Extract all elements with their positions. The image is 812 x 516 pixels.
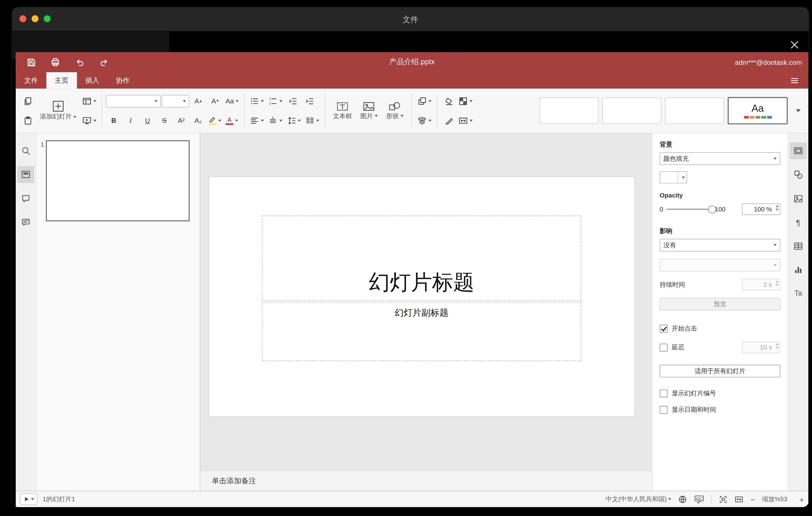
delay-input[interactable]: 10 s [742, 342, 781, 353]
shape-settings-icon[interactable] [790, 166, 807, 183]
search-icon[interactable] [17, 142, 34, 159]
slide-layout-group [81, 89, 98, 133]
redo-button[interactable] [95, 54, 113, 70]
chart-settings-icon[interactable] [790, 261, 807, 278]
slide-settings-icon[interactable] [790, 142, 807, 159]
table-settings-icon[interactable] [790, 238, 807, 255]
bold-button[interactable]: B [106, 114, 121, 127]
subtitle-placeholder[interactable]: 幻灯片副标题 [262, 302, 581, 361]
theme-color-swatches [744, 116, 772, 119]
spinner-arrows[interactable] [776, 343, 779, 349]
numbering-button[interactable]: 12 [266, 94, 284, 108]
horizontal-align-button[interactable] [248, 114, 265, 127]
undo-button[interactable] [71, 54, 89, 70]
view-settings-menu-icon[interactable] [786, 72, 803, 89]
slide-thumbnail[interactable] [46, 140, 190, 221]
background-fill-select[interactable]: 颜色填充 [660, 152, 780, 165]
superscript-button[interactable]: A² [173, 114, 189, 127]
spinner-arrows[interactable] [776, 281, 779, 286]
tab-home[interactable]: 主页 [46, 72, 77, 89]
document-language-icon[interactable] [678, 495, 687, 504]
notes-area[interactable]: 单击添加备注 [200, 470, 652, 491]
paragraph-settings-icon[interactable]: ¶ [790, 214, 807, 231]
textbox-icon [336, 101, 349, 111]
font-name-combo[interactable] [106, 95, 161, 107]
theme-gallery-expand-button[interactable] [791, 98, 803, 123]
zoom-in-button[interactable]: + [799, 495, 804, 504]
underline-button[interactable]: U [140, 114, 155, 127]
font-size-combo[interactable] [162, 95, 189, 107]
opacity-slider-track[interactable] [666, 209, 712, 209]
print-button[interactable] [46, 54, 64, 70]
decrease-font-button[interactable]: A▾ [207, 94, 223, 108]
add-slide-label: 添加幻灯片 [40, 112, 71, 121]
columns-button[interactable] [303, 114, 321, 127]
effect-type-select[interactable] [660, 259, 780, 271]
fit-to-slide-icon[interactable] [719, 495, 728, 504]
theme-thumbnail-1[interactable] [540, 97, 599, 124]
paste-button[interactable] [20, 114, 36, 127]
effect-select[interactable]: 没有 [660, 239, 780, 252]
show-slide-number-checkbox[interactable] [660, 390, 668, 398]
insert-textbox-button[interactable]: 文本框 [329, 99, 356, 122]
subscript-button[interactable]: A₂ [190, 114, 206, 127]
theme-thumbnail-3[interactable] [665, 97, 724, 124]
font-color-button[interactable]: A [224, 114, 240, 127]
clear-style-button[interactable] [441, 94, 457, 108]
comments-icon[interactable] [17, 191, 34, 207]
add-slide-button[interactable]: 添加幻灯片 [36, 98, 81, 123]
duration-input[interactable]: 2 s [742, 279, 781, 290]
decrease-indent-button[interactable] [285, 94, 301, 108]
start-slideshow-status-button[interactable] [20, 493, 37, 505]
spellcheck-icon[interactable]: ABC [694, 495, 705, 504]
arrange-shapes-button[interactable] [415, 94, 433, 108]
language-selector[interactable]: 中文(中华人民共和国) [606, 495, 671, 504]
line-spacing-button[interactable] [285, 114, 302, 127]
notes-placeholder-text: 单击添加备注 [212, 476, 256, 486]
svg-text:1: 1 [269, 97, 271, 100]
save-button[interactable] [22, 54, 40, 70]
fit-to-width-icon[interactable] [735, 495, 744, 504]
slides-panel-icon[interactable] [17, 166, 34, 183]
tab-insert[interactable]: 插入 [77, 72, 107, 89]
italic-button[interactable]: I [123, 114, 139, 127]
highlight-color-button[interactable] [207, 114, 223, 127]
copy-button[interactable] [20, 94, 36, 108]
insert-shape-button[interactable]: 形状 [382, 99, 408, 122]
tab-collaboration[interactable]: 协作 [107, 72, 138, 89]
start-slideshow-button[interactable] [81, 114, 98, 127]
opacity-value-input[interactable]: 100 % [742, 203, 781, 215]
preview-button[interactable]: 预览 [660, 298, 780, 311]
chat-feedback-icon[interactable] [17, 214, 34, 231]
slide-layout-button[interactable] [81, 94, 98, 108]
slide-editing-surface[interactable]: 幻灯片标题 幻灯片副标题 [209, 177, 634, 416]
change-case-button[interactable]: Aa [224, 94, 240, 108]
shape-fill-button[interactable] [457, 94, 474, 108]
title-placeholder[interactable]: 幻灯片标题 [262, 216, 581, 301]
opacity-slider-knob[interactable] [708, 205, 716, 213]
theme-thumbnail-2[interactable] [602, 97, 661, 124]
document-title: 产品介绍.pptx [16, 57, 808, 67]
close-icon[interactable] [787, 37, 803, 53]
increase-font-button[interactable]: A▴ [190, 94, 206, 108]
zoom-out-button[interactable]: − [751, 495, 755, 504]
delay-checkbox[interactable] [660, 343, 668, 351]
insert-image-button[interactable]: 图片 [356, 99, 382, 122]
background-color-swatch[interactable] [660, 171, 687, 183]
align-shapes-button[interactable] [415, 114, 433, 127]
text-art-settings-icon[interactable]: Ta [790, 285, 807, 302]
slide-size-button[interactable] [457, 114, 474, 127]
increase-indent-button[interactable] [302, 94, 317, 108]
vertical-align-button[interactable] [266, 114, 284, 127]
tab-file[interactable]: 文件 [16, 72, 46, 89]
bullets-button[interactable] [248, 94, 265, 108]
apply-to-all-slides-button[interactable]: 适用于所有幻灯片 [660, 365, 780, 377]
theme-thumbnail-selected[interactable]: Aa [728, 97, 788, 124]
start-on-click-checkbox[interactable] [660, 325, 668, 333]
strikethrough-button[interactable]: S [156, 114, 172, 127]
image-settings-icon[interactable] [790, 191, 807, 207]
show-date-time-checkbox[interactable] [660, 406, 668, 414]
copy-style-button[interactable] [441, 114, 457, 127]
spinner-arrows[interactable] [776, 205, 779, 211]
slide-canvas: 幻灯片标题 幻灯片副标题 [200, 133, 652, 470]
